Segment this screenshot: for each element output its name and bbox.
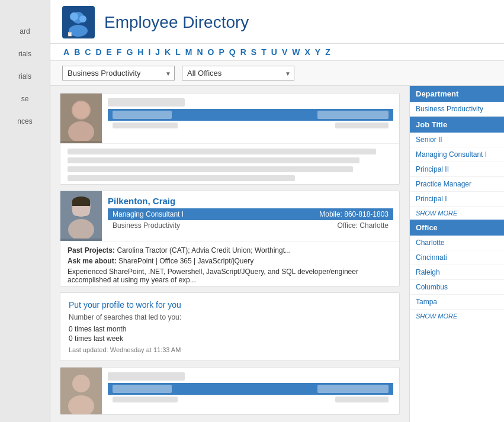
alpha-letter-P[interactable]: P	[217, 47, 225, 57]
svg-point-9	[73, 102, 89, 118]
alpha-letter-L[interactable]: L	[174, 47, 182, 57]
dept-row	[108, 121, 393, 130]
sidebar-item-1[interactable]	[0, 6, 50, 20]
filter-option-tampa[interactable]: Tampa	[410, 295, 504, 310]
alpha-letter-G[interactable]: G	[125, 47, 134, 57]
filter-option-principal-ii[interactable]: Principal II	[410, 162, 504, 177]
alpha-letter-H[interactable]: H	[136, 47, 145, 57]
alpha-letter-Z[interactable]: Z	[324, 47, 332, 57]
card-info: Pilkenton, Craig Managing Consultant I M…	[102, 191, 399, 241]
promo-stat-month: 0 times last month	[69, 325, 391, 333]
employee-name-blurred	[108, 372, 185, 381]
bio-line-4	[68, 175, 295, 181]
employee-list: Pilkenton, Craig Managing Consultant I M…	[50, 86, 409, 422]
filter-option-practice-manager[interactable]: Practice Manager	[410, 177, 504, 192]
job-title-show-more[interactable]: SHOW MORE	[410, 207, 504, 220]
alpha-letter-V[interactable]: V	[281, 47, 288, 57]
filters-bar: Business Productivity All Departments IT…	[50, 61, 504, 86]
title-bar	[108, 109, 393, 121]
filter-option-senior-ii[interactable]: Senior II	[410, 133, 504, 147]
card-body	[60, 143, 399, 185]
dept-blur	[113, 123, 178, 128]
office-blur	[335, 397, 389, 402]
alpha-letter-C[interactable]: C	[84, 47, 92, 57]
alpha-letter-J[interactable]: J	[154, 47, 161, 57]
card-header: Pilkenton, Craig Managing Consultant I M…	[60, 191, 399, 241]
filter-option-managing-consultant[interactable]: Managing Consultant I	[410, 147, 504, 162]
filter-option-columbus[interactable]: Columbus	[410, 280, 504, 295]
filter-option-business-productivity[interactable]: Business Productivity	[410, 102, 504, 117]
office-show-more[interactable]: SHOW MORE	[410, 310, 504, 323]
filter-option-cincinnati[interactable]: Cincinnati	[410, 250, 504, 265]
card-body: Past Projects: Carolina Tractor (CAT); A…	[60, 241, 399, 286]
title-blur	[113, 385, 172, 393]
alpha-letter-R[interactable]: R	[239, 47, 248, 57]
department-section-header: Department	[410, 86, 504, 102]
alpha-letter-I[interactable]: I	[147, 47, 152, 57]
alpha-letter-U[interactable]: U	[270, 47, 278, 57]
office-filter[interactable]: All Offices Charlotte Cincinnati Raleigh…	[182, 66, 294, 80]
title-bar	[108, 383, 393, 395]
job-title-section-header: Job Title	[410, 117, 504, 133]
svg-point-3	[70, 12, 78, 21]
employee-mobile: Mobile: 860-818-1803	[319, 210, 389, 218]
title-blur	[113, 111, 172, 119]
employee-bio: Experienced SharePoint, .NET, Powershell…	[68, 268, 392, 284]
filter-option-raleigh[interactable]: Raleigh	[410, 265, 504, 280]
svg-text:📋: 📋	[67, 31, 73, 37]
ask-me-label: Ask me about:	[68, 257, 117, 265]
card-info	[102, 94, 399, 143]
department-filter[interactable]: Business Productivity All Departments IT…	[62, 66, 175, 80]
alpha-letter-M[interactable]: M	[184, 47, 194, 57]
department-filter-wrapper: Business Productivity All Departments IT…	[62, 66, 175, 80]
alpha-letter-E[interactable]: E	[105, 47, 113, 57]
alpha-letter-T[interactable]: T	[260, 47, 268, 57]
bio-line-1	[68, 149, 376, 154]
employee-photo	[60, 368, 102, 415]
promo-title[interactable]: Put your profile to work for you	[69, 300, 391, 310]
bio-line-3	[68, 166, 353, 172]
employee-card	[60, 367, 400, 415]
promo-last-updated: Last updated: Wednesday at 11:33 AM	[69, 346, 391, 353]
sidebar-item-6[interactable]: nces	[0, 110, 50, 133]
employee-office: Office: Charlotte	[338, 221, 389, 230]
past-projects: Past Projects: Carolina Tractor (CAT); A…	[68, 246, 392, 255]
alpha-letter-F[interactable]: F	[115, 47, 123, 57]
mobile-blur	[317, 111, 389, 119]
filter-option-charlotte[interactable]: Charlotte	[410, 236, 504, 250]
main-content: 📋 Employee Directory ABCDEFGHIJKLMNOPQRS…	[50, 0, 504, 422]
content-area: Pilkenton, Craig Managing Consultant I M…	[50, 86, 504, 422]
alpha-letter-Q[interactable]: Q	[228, 47, 237, 57]
employee-title: Managing Consultant I	[113, 210, 184, 218]
sidebar-item-5[interactable]: se	[0, 88, 50, 110]
alpha-letter-X[interactable]: X	[303, 47, 311, 57]
svg-point-18	[72, 375, 90, 392]
app-logo: 📋	[62, 6, 95, 38]
left-sidebar: ard rials rials se nces	[0, 0, 50, 422]
employee-card: Pilkenton, Craig Managing Consultant I M…	[60, 191, 400, 286]
alpha-letter-D[interactable]: D	[94, 47, 102, 57]
employee-name-blurred	[108, 98, 185, 107]
alpha-letter-N[interactable]: N	[195, 47, 204, 57]
alpha-letter-W[interactable]: W	[291, 47, 301, 57]
profile-promo-card: Put your profile to work for you Number …	[60, 292, 400, 361]
alpha-letter-B[interactable]: B	[73, 47, 81, 57]
employee-photo	[60, 191, 102, 241]
alpha-letter-K[interactable]: K	[163, 47, 172, 57]
page-title: Employee Directory	[104, 13, 249, 32]
employee-name[interactable]: Pilkenton, Craig	[108, 196, 393, 206]
alpha-letter-S[interactable]: S	[250, 47, 258, 57]
sidebar-item-4[interactable]: rials	[0, 65, 50, 88]
svg-point-4	[79, 15, 86, 22]
alpha-letter-A[interactable]: A	[62, 47, 70, 57]
alpha-letter-O[interactable]: O	[207, 47, 216, 57]
sidebar-item-3[interactable]: rials	[0, 43, 50, 65]
alpha-letter-Y[interactable]: Y	[314, 47, 322, 57]
dept-office-row: Business Productivity Office: Charlotte	[108, 220, 393, 231]
ask-me-about: Ask me about: SharePoint | Office 365 | …	[68, 257, 392, 265]
card-info	[102, 368, 399, 415]
title-bar: Managing Consultant I Mobile: 860-818-18…	[108, 208, 393, 220]
promo-description: Number of searches that led to you:	[69, 313, 391, 321]
sidebar-item-2[interactable]: ard	[0, 20, 50, 43]
filter-option-principal-i[interactable]: Principal I	[410, 192, 504, 207]
